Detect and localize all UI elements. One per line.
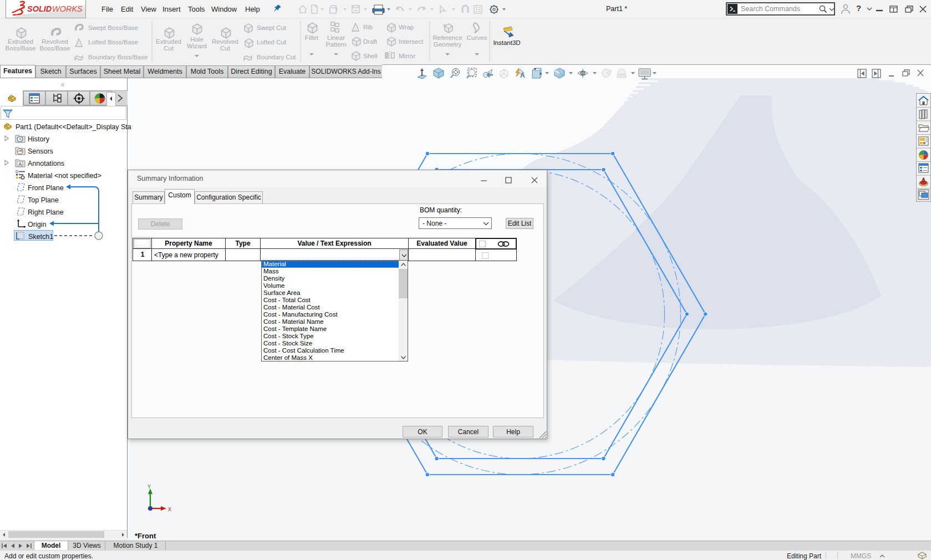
svg-text:A: A — [520, 72, 525, 79]
svg-text:WORKS: WORKS — [52, 4, 83, 13]
svg-text:Y: Y — [147, 484, 151, 490]
svg-text:X: X — [168, 507, 171, 513]
svg-text:*Front: *Front — [135, 532, 156, 540]
svg-text:SOLID: SOLID — [27, 4, 52, 13]
